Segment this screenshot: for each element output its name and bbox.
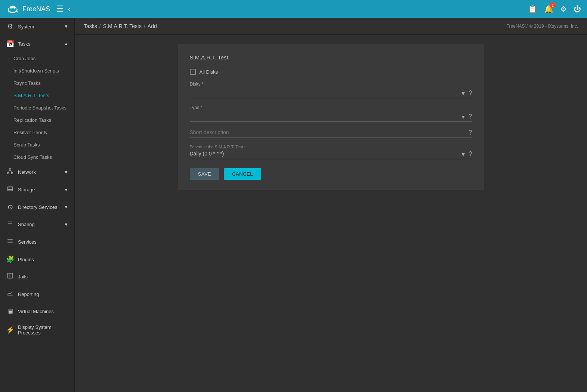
- services-label: Services: [18, 239, 68, 245]
- type-input-row: ▼ ?: [190, 112, 472, 122]
- schedule-dropdown-arrow-icon[interactable]: ▼: [461, 151, 466, 157]
- back-icon[interactable]: ‹: [68, 5, 70, 13]
- topbar: FreeNAS ☰ ‹ 📋 🔔 1 ⚙ ⏻: [0, 0, 587, 18]
- cron-jobs-label: Cron Jobs: [13, 56, 35, 61]
- schedule-field: Schedule the S.M.A.R.T. Test * ▼ ?: [190, 145, 472, 159]
- sidebar-item-storage[interactable]: Storage ▼: [0, 181, 74, 198]
- power-icon[interactable]: ⏻: [574, 5, 581, 13]
- settings-icon[interactable]: ⚙: [560, 4, 567, 13]
- sidebar-item-services[interactable]: Services: [0, 233, 74, 251]
- notes-icon[interactable]: 📋: [528, 4, 537, 13]
- sharing-arrow-icon: ▼: [64, 222, 68, 227]
- display-system-label: Display System Processes: [18, 324, 68, 336]
- sidebar-item-replication-tasks[interactable]: Replication Tasks: [0, 114, 74, 126]
- reporting-label: Reporting: [18, 291, 68, 297]
- schedule-help-icon[interactable]: ?: [469, 151, 472, 157]
- sidebar-item-cron-jobs[interactable]: Cron Jobs: [0, 52, 74, 65]
- sidebar-item-smart-tests[interactable]: S.M.A.R.T. Tests: [0, 89, 74, 102]
- svg-rect-11: [7, 189, 13, 191]
- services-icon: [6, 238, 14, 246]
- rsync-tasks-label: Rsync Tasks: [13, 80, 41, 86]
- type-field: Type ▼ ?: [190, 105, 472, 122]
- replication-tasks-label: Replication Tasks: [13, 117, 51, 123]
- tasks-arrow-icon: ▲: [64, 41, 68, 46]
- short-description-input[interactable]: [190, 129, 466, 136]
- system-icon: ⚙: [6, 22, 14, 31]
- plugins-icon: 🧩: [6, 255, 14, 263]
- type-help-icon[interactable]: ?: [469, 113, 472, 120]
- jails-label: Jails: [18, 274, 68, 280]
- disks-field-label: Disks: [190, 81, 472, 87]
- main-layout: ⚙ System ▼ 📅 Tasks ▲ Cron Jobs Init/Shut…: [0, 18, 587, 392]
- breadcrumb-sep-2: /: [144, 23, 145, 29]
- type-dropdown-arrow-icon[interactable]: ▼: [461, 114, 466, 120]
- storage-label: Storage: [18, 187, 60, 192]
- svg-point-6: [11, 172, 13, 174]
- cloud-sync-label: Cloud Sync Tasks: [13, 154, 52, 160]
- svg-line-8: [10, 170, 12, 172]
- sharing-icon: [6, 220, 14, 229]
- plugins-label: Plugins: [18, 257, 68, 262]
- breadcrumb-smart-tests[interactable]: S.M.A.R.T. Tests: [103, 23, 142, 29]
- all-disks-label: All Disks: [200, 69, 218, 75]
- sidebar-item-resilver-priority[interactable]: Resilver Priority: [0, 126, 74, 139]
- save-button[interactable]: SAVE: [190, 168, 220, 180]
- short-desc-row: ?: [190, 129, 472, 138]
- breadcrumb-sep-1: /: [99, 23, 101, 29]
- vm-icon: 🖥: [6, 308, 14, 315]
- svg-point-5: [7, 172, 9, 174]
- sidebar-item-reporting[interactable]: Reporting: [0, 285, 74, 303]
- form-actions: SAVE CANCEL: [190, 168, 472, 180]
- menu-icon[interactable]: ☰: [56, 4, 64, 14]
- svg-point-3: [14, 7, 15, 9]
- sidebar-item-tasks[interactable]: 📅 Tasks ▲: [0, 35, 74, 52]
- disks-help-icon[interactable]: ?: [469, 90, 472, 96]
- sidebar-item-cloud-sync[interactable]: Cloud Sync Tasks: [0, 151, 74, 163]
- sidebar-item-label: System: [18, 24, 60, 30]
- logo: FreeNAS: [6, 2, 50, 16]
- scrub-tasks-label: Scrub Tasks: [13, 142, 40, 148]
- sidebar-item-virtual-machines[interactable]: 🖥 Virtual Machines: [0, 303, 74, 320]
- schedule-input[interactable]: [190, 150, 458, 157]
- init-shutdown-label: Init/Shutdown Scripts: [13, 68, 59, 74]
- sidebar-item-jails[interactable]: Jails: [0, 268, 74, 285]
- sidebar-item-init-shutdown[interactable]: Init/Shutdown Scripts: [0, 65, 74, 77]
- svg-point-2: [10, 7, 12, 9]
- network-label: Network: [18, 169, 60, 175]
- sidebar-item-periodic-snapshot[interactable]: Periodic Snapshot Tasks: [0, 102, 74, 114]
- all-disks-row: All Disks: [190, 69, 472, 75]
- sidebar-item-system[interactable]: ⚙ System ▼: [0, 18, 74, 35]
- directory-services-arrow-icon: ▼: [64, 204, 68, 210]
- system-arrow-icon: ▼: [64, 24, 68, 29]
- notifications-icon[interactable]: 🔔 1: [544, 4, 553, 13]
- svg-rect-15: [7, 273, 13, 278]
- breadcrumb: Tasks / S.M.A.R.T. Tests / Add: [84, 23, 157, 29]
- short-desc-help-icon[interactable]: ?: [469, 129, 472, 136]
- sidebar-item-rsync-tasks[interactable]: Rsync Tasks: [0, 77, 74, 89]
- directory-services-label: Directory Services: [18, 204, 60, 210]
- sidebar-item-scrub-tasks[interactable]: Scrub Tasks: [0, 139, 74, 151]
- sidebar-item-network[interactable]: Network ▼: [0, 163, 74, 181]
- svg-rect-9: [7, 187, 13, 188]
- smart-test-form-card: S.M.A.R.T. Test All Disks Disks ▼ ? Type: [178, 44, 484, 190]
- type-input[interactable]: [190, 112, 458, 120]
- all-disks-checkbox[interactable]: [190, 69, 196, 75]
- display-system-icon: ⚡: [6, 326, 14, 334]
- cancel-button[interactable]: CANCEL: [224, 168, 261, 180]
- sidebar-item-display-system[interactable]: ⚡ Display System Processes: [0, 320, 74, 340]
- disks-input[interactable]: [190, 89, 458, 96]
- network-arrow-icon: ▼: [64, 170, 68, 175]
- svg-line-7: [8, 170, 10, 172]
- sidebar-item-plugins[interactable]: 🧩 Plugins: [0, 251, 74, 268]
- sidebar-tasks-label: Tasks: [18, 41, 60, 47]
- disks-dropdown-arrow-icon[interactable]: ▼: [461, 90, 466, 96]
- sidebar-item-directory-services[interactable]: ⊙ Directory Services ▼: [0, 198, 74, 216]
- breadcrumb-add: Add: [148, 23, 157, 29]
- breadcrumb-tasks[interactable]: Tasks: [84, 23, 97, 29]
- reporting-icon: [6, 290, 14, 299]
- virtual-machines-label: Virtual Machines: [18, 309, 68, 314]
- type-field-label: Type: [190, 105, 472, 110]
- periodic-snapshot-label: Periodic Snapshot Tasks: [13, 105, 67, 111]
- content-area: Tasks / S.M.A.R.T. Tests / Add FreeNAS® …: [75, 18, 587, 392]
- sidebar-item-sharing[interactable]: Sharing ▼: [0, 216, 74, 233]
